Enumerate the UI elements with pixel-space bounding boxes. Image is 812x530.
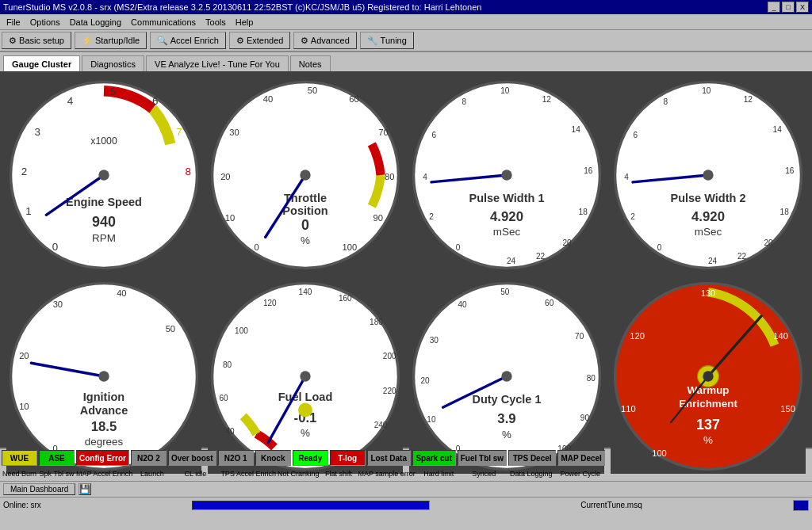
svg-point-101 [298, 403, 312, 418]
svg-text:0: 0 [301, 217, 309, 233]
map-accel-label: MAP Accel Enrich [76, 470, 132, 478]
menu-help[interactable]: Help [231, 16, 259, 29]
svg-text:940: 940 [92, 214, 116, 230]
minimize-button[interactable]: _ [768, 2, 780, 13]
gauge-ignition-advance: 0 10 20 30 40 50 Ignition Advance 18.5 d… [6, 279, 201, 474]
svg-text:2: 2 [21, 166, 27, 177]
online-status: Online: srx [3, 501, 41, 509]
svg-text:20: 20 [220, 172, 230, 181]
ready-led[interactable]: Ready [293, 450, 328, 466]
svg-text:50: 50 [308, 86, 317, 95]
wue-led[interactable]: WUE [2, 450, 37, 466]
svg-text:180: 180 [370, 318, 383, 326]
overboost-led[interactable]: Over boost [168, 450, 216, 466]
menu-file[interactable]: File [2, 16, 25, 29]
n2o2-led[interactable]: N2O 2 [131, 450, 167, 466]
svg-point-135 [703, 371, 713, 381]
spark-cut-led[interactable]: Spark cut [412, 450, 456, 466]
status-ready: Ready [293, 450, 328, 466]
current-tune-file: CurrentTune.msq [580, 501, 642, 509]
menu-communications[interactable]: Communications [126, 16, 201, 29]
svg-text:90: 90 [580, 414, 590, 422]
svg-text:3.9: 3.9 [497, 411, 515, 426]
svg-text:8: 8 [185, 166, 190, 177]
svg-text:22: 22 [737, 252, 747, 261]
config-error-led[interactable]: Config Error [76, 450, 129, 466]
svg-text:%: % [703, 434, 713, 446]
gauge-duty-cycle-1: 0 10 20 30 40 50 60 70 80 90 100 Duty Cy… [409, 279, 604, 474]
svg-text:70: 70 [575, 332, 584, 341]
menu-data-logging[interactable]: Data Logging [65, 16, 126, 29]
svg-text:240: 240 [374, 421, 388, 429]
svg-text:40: 40 [117, 288, 126, 298]
svg-point-71 [703, 170, 713, 180]
ase-led[interactable]: ASE [39, 450, 75, 466]
svg-text:12: 12 [542, 95, 552, 104]
lost-data-led[interactable]: Lost Data [367, 450, 411, 466]
menu-bar: File Options Data Logging Communications… [0, 14, 812, 30]
accel-enrich-button[interactable]: 🔍 Accel Enrich [150, 32, 226, 49]
svg-text:40: 40 [225, 427, 235, 436]
map-decel-led[interactable]: MAP Decel [557, 450, 605, 466]
map-sample-label: MAP sample error [358, 470, 415, 478]
svg-text:16: 16 [584, 166, 593, 175]
save-dashboard-button[interactable]: 💾 [79, 483, 91, 495]
maximize-button[interactable]: □ [782, 2, 795, 13]
svg-text:Pulse Width 2: Pulse Width 2 [670, 192, 745, 204]
online-bar: Online: srx CurrentTune.msq [0, 497, 812, 513]
tab-ve-analyze[interactable]: VE Analyze Live! - Tune For You [146, 55, 289, 71]
tuning-button[interactable]: 🔧 Tuning [360, 32, 414, 49]
svg-text:10: 10 [427, 415, 436, 424]
svg-text:0: 0 [456, 243, 461, 252]
svg-text:16: 16 [785, 166, 795, 175]
fuel-tbl-sw-led[interactable]: Fuel Tbl sw [458, 450, 507, 466]
svg-point-103 [300, 371, 310, 381]
menu-options[interactable]: Options [25, 16, 65, 29]
tab-diagnostics[interactable]: Diagnostics [82, 55, 144, 71]
status-tps-decel: TPS Decel [508, 450, 556, 466]
svg-text:80: 80 [385, 172, 394, 181]
svg-text:18: 18 [780, 208, 790, 216]
gauge-engine-speed: 0 1 2 3 4 5 6 7 8 x1000 Engine Speed 940… [6, 78, 201, 273]
tlog-led[interactable]: T-log [330, 450, 366, 466]
svg-text:4.920: 4.920 [490, 209, 523, 224]
svg-text:x1000: x1000 [90, 135, 117, 147]
startup-idle-button[interactable]: ⚡ Startup/Idle [75, 32, 147, 49]
tab-gauge-cluster[interactable]: Gauge Cluster [3, 55, 80, 71]
n2o1-led[interactable]: N2O 1 [218, 450, 254, 466]
svg-text:RPM: RPM [92, 232, 116, 244]
svg-text:mSec: mSec [695, 226, 722, 238]
knock-led[interactable]: Knock [255, 450, 291, 466]
tab-notes[interactable]: Notes [290, 55, 331, 71]
status-spark-cut: Spark cut [412, 450, 456, 466]
advanced-button[interactable]: ⚙ Advanced [293, 32, 356, 49]
tps-decel-led[interactable]: TPS Decel [508, 450, 556, 466]
svg-text:6: 6 [432, 131, 437, 139]
svg-text:80: 80 [223, 360, 232, 369]
svg-text:mSec: mSec [493, 226, 521, 238]
svg-text:18.5: 18.5 [91, 419, 117, 434]
svg-text:30: 30 [430, 336, 439, 345]
svg-text:137: 137 [696, 417, 720, 433]
svg-text:8: 8 [462, 97, 467, 106]
window-controls[interactable]: _ □ X [768, 2, 809, 13]
svg-point-120 [501, 371, 511, 381]
bottom-bar: Main Dashboard 💾 [0, 481, 812, 497]
basic-setup-button[interactable]: ⚙ Basic setup [2, 32, 71, 49]
svg-point-84 [98, 371, 109, 381]
svg-text:Advance: Advance [80, 404, 128, 417]
close-button[interactable]: X [796, 2, 809, 13]
gauge-pulse-width-1: 0 2 4 6 8 10 12 14 16 18 20 22 24 Pulse … [409, 78, 604, 273]
svg-text:60: 60 [349, 94, 358, 104]
menu-tools[interactable]: Tools [201, 16, 231, 29]
status-overboost: Over boost [168, 450, 216, 466]
extended-button[interactable]: ⚙ Extended [229, 32, 291, 49]
svg-text:22: 22 [536, 252, 546, 261]
main-dashboard-tab[interactable]: Main Dashboard [3, 483, 75, 495]
title-bar: TunerStudio MS v2.0.8 - srx (MS2/Extra r… [0, 0, 812, 14]
progress-bar [192, 501, 430, 510]
status-tlog: T-log [330, 450, 366, 466]
svg-text:7: 7 [176, 126, 182, 138]
status-bar: WUE ASE Config Error N2O 2 Over boost N2… [0, 448, 812, 481]
svg-text:50: 50 [500, 288, 510, 296]
